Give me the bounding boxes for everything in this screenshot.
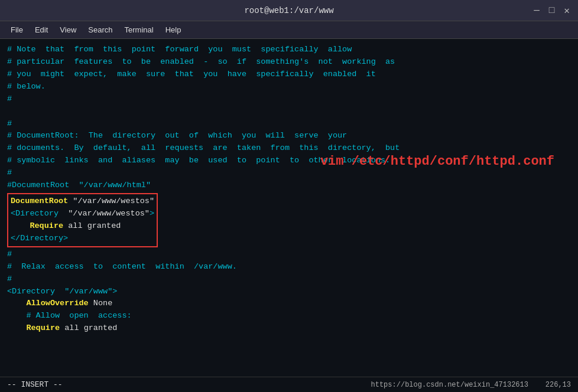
line-1: # Note that from this point forward you … bbox=[7, 44, 571, 56]
menu-terminal[interactable]: Terminal bbox=[119, 24, 160, 35]
title-bar: root@web1:/var/www — □ ✕ bbox=[0, 0, 578, 21]
menu-search[interactable]: Search bbox=[82, 24, 118, 35]
menu-help[interactable]: Help bbox=[160, 24, 187, 35]
line-7: # DocumentRoot: The directory out of whi… bbox=[7, 130, 571, 142]
line-13: # Relax access to content within /var/ww… bbox=[7, 261, 571, 273]
line-14: # bbox=[7, 273, 571, 286]
terminal-content: # Note that from this point forward you … bbox=[0, 39, 578, 377]
line-allowoverride: AllowOverride None bbox=[7, 298, 571, 310]
line-require2: Require all granted bbox=[7, 322, 571, 335]
highlighted-config-block: DocumentRoot "/var/www/westos" <Director… bbox=[7, 193, 158, 247]
status-bar: -- INSERT -- https://blog.csdn.net/weixi… bbox=[0, 377, 578, 392]
documentroot-line: DocumentRoot "/var/www/westos" bbox=[11, 195, 154, 208]
line-blank bbox=[7, 106, 571, 118]
annotation-label: vim /etc/httpd/conf/httpd.conf bbox=[320, 154, 554, 169]
line-11: #DocumentRoot "/var/www/html" bbox=[7, 179, 571, 192]
line-3: # you might expect, make sure that you h… bbox=[7, 68, 571, 81]
insert-mode-indicator: -- INSERT -- bbox=[7, 380, 63, 389]
minimize-button[interactable]: — bbox=[531, 5, 542, 16]
close-button[interactable]: ✕ bbox=[561, 5, 572, 17]
directory-close-tag: </Directory> bbox=[11, 233, 154, 245]
directory-open-tag: <Directory "/var/www/westos"> bbox=[11, 208, 154, 220]
menu-file[interactable]: File bbox=[5, 24, 29, 35]
line-15: # Allow open access: bbox=[7, 310, 571, 322]
line-6: # bbox=[7, 118, 571, 130]
require-line: Require all granted bbox=[11, 220, 154, 233]
maximize-button[interactable]: □ bbox=[547, 5, 557, 16]
status-url: https://blog.csdn.net/weixin_47132613 bbox=[371, 381, 528, 389]
terminal-window: root@web1:/var/www — □ ✕ File Edit View … bbox=[0, 0, 578, 392]
line-5: # bbox=[7, 93, 571, 106]
menu-edit[interactable]: Edit bbox=[29, 24, 54, 35]
line-12: # bbox=[7, 249, 571, 261]
line-4: # below. bbox=[7, 81, 571, 93]
line-2: # particular features to be enabled - so… bbox=[7, 56, 571, 68]
line-dir-open: <Directory "/var/www"> bbox=[7, 286, 571, 298]
status-right-info: https://blog.csdn.net/weixin_47132613 22… bbox=[371, 381, 571, 389]
menu-view[interactable]: View bbox=[54, 24, 82, 35]
line-col-info: 226,13 bbox=[545, 381, 571, 389]
window-title: root@web1:/var/www bbox=[244, 6, 333, 15]
line-8: # documents. By default, all requests ar… bbox=[7, 142, 571, 155]
window-controls: — □ ✕ bbox=[531, 5, 572, 17]
menu-bar: File Edit View Search Terminal Help bbox=[0, 21, 578, 39]
line-10: # bbox=[7, 167, 571, 179]
